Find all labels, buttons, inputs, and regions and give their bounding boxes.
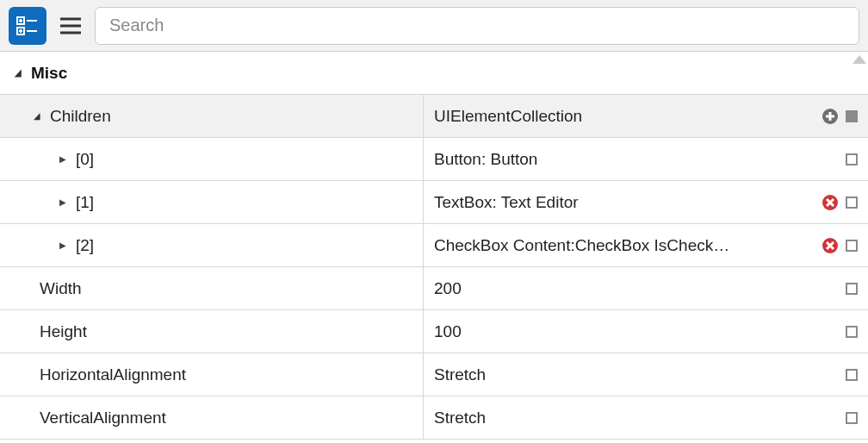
property-name: Width <box>40 279 82 298</box>
add-item-button[interactable] <box>822 108 839 125</box>
toolbar <box>0 0 868 52</box>
property-row-children[interactable]: Children UIElementCollection <box>0 95 868 138</box>
chevron-right-icon[interactable] <box>55 197 71 207</box>
property-value[interactable]: Stretch <box>434 409 839 427</box>
scroll-up-indicator[interactable] <box>852 55 866 64</box>
chevron-right-icon[interactable] <box>55 154 71 164</box>
marker-icon <box>846 197 858 209</box>
search-input[interactable] <box>109 16 845 35</box>
sort-button[interactable] <box>55 10 86 41</box>
property-name: Height <box>40 322 87 341</box>
child-index-label: [1] <box>76 193 94 212</box>
property-row-height[interactable]: Height 100 <box>0 310 868 353</box>
marker-icon <box>846 153 858 165</box>
child-value: TextBox: Text Editor <box>434 193 815 212</box>
chevron-down-icon[interactable] <box>29 110 45 122</box>
child-item-row[interactable]: [0] Button: Button <box>0 138 868 181</box>
property-row-horizontalalignment[interactable]: HorizontalAlignment Stretch <box>0 353 868 396</box>
child-item-row[interactable]: [2] CheckBox Content:CheckBox IsCheck… <box>0 224 868 267</box>
child-index-label: [2] <box>76 236 94 255</box>
property-value: UIElementCollection <box>434 107 815 126</box>
chevron-down-icon[interactable] <box>10 67 26 78</box>
marker-icon <box>846 283 858 295</box>
property-name: HorizontalAlignment <box>40 365 186 384</box>
category-label: Misc <box>31 64 67 83</box>
search-box[interactable] <box>95 7 859 45</box>
plus-circle-icon <box>822 108 839 125</box>
child-index-label: [0] <box>76 150 94 169</box>
marker-icon <box>846 412 858 424</box>
property-marker[interactable] <box>846 153 858 165</box>
property-grid: Misc Children UIElementCollection [0] <box>0 52 868 440</box>
delete-item-button[interactable] <box>822 194 839 211</box>
child-item-row[interactable]: [1] TextBox: Text Editor <box>0 181 868 224</box>
marker-icon <box>846 369 858 381</box>
delete-item-button[interactable] <box>822 237 839 254</box>
property-value[interactable]: 200 <box>434 279 839 298</box>
child-value: Button: Button <box>434 150 839 169</box>
sort-icon <box>59 16 82 35</box>
marker-icon <box>846 240 858 252</box>
property-marker[interactable] <box>846 369 858 381</box>
property-marker[interactable] <box>846 240 858 252</box>
marker-icon <box>846 110 858 122</box>
marker-icon <box>846 326 858 338</box>
property-marker[interactable] <box>846 412 858 424</box>
property-marker[interactable] <box>846 326 858 338</box>
delete-circle-icon <box>822 237 839 254</box>
property-row-verticalalignment[interactable]: VerticalAlignment Stretch <box>0 396 868 440</box>
chevron-right-icon[interactable] <box>55 240 71 250</box>
property-marker[interactable] <box>846 197 858 209</box>
property-row-width[interactable]: Width 200 <box>0 267 868 310</box>
categorize-icon <box>16 15 39 37</box>
category-header-misc[interactable]: Misc <box>0 52 868 95</box>
property-marker[interactable] <box>846 110 858 122</box>
categorize-button[interactable] <box>9 7 46 45</box>
property-value[interactable]: Stretch <box>434 365 839 384</box>
delete-circle-icon <box>822 194 839 211</box>
property-value[interactable]: 100 <box>434 322 839 341</box>
child-value: CheckBox Content:CheckBox IsCheck… <box>434 236 815 255</box>
property-name: VerticalAlignment <box>40 409 166 427</box>
property-name: Children <box>50 107 111 126</box>
property-marker[interactable] <box>846 283 858 295</box>
